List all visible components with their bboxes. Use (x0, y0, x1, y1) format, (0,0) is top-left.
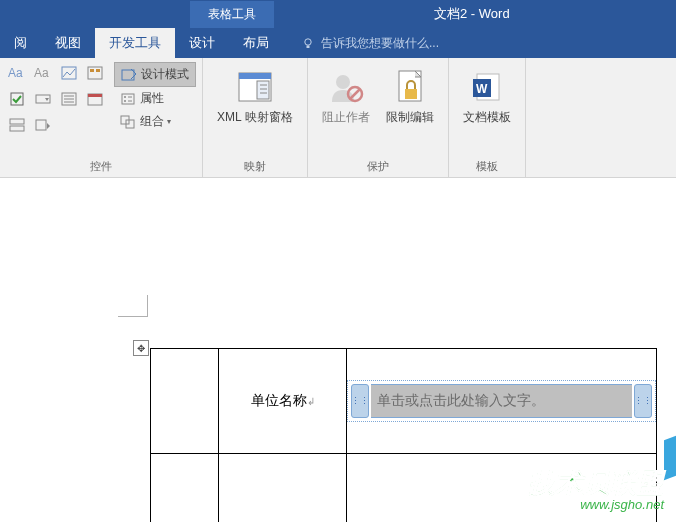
watermark-decoration (664, 436, 676, 480)
svg-rect-20 (122, 94, 134, 104)
content-control-placeholder: 单击或点击此处输入文字。 (371, 392, 551, 410)
control-datepicker-icon[interactable] (84, 88, 106, 110)
word-template-icon: W (471, 71, 503, 103)
watermark-text: 技术员联盟 (529, 466, 664, 501)
svg-rect-28 (239, 73, 271, 79)
svg-text:Aa: Aa (34, 66, 49, 80)
group-label-protect: 保护 (314, 157, 442, 175)
tab-design[interactable]: 设计 (175, 28, 229, 58)
table-move-handle[interactable]: ✥ (133, 340, 149, 356)
document-template-button[interactable]: W 文档模板 (455, 62, 519, 157)
xml-pane-icon (235, 69, 275, 105)
ribbon-tabs: 阅 视图 开发工具 设计 布局 告诉我您想要做什么... (0, 28, 676, 58)
watermark: 技术员联盟 www.jsgho.net (529, 466, 664, 512)
svg-text:Aa: Aa (8, 66, 23, 80)
properties-icon (120, 92, 136, 106)
group-icon (120, 115, 136, 129)
content-control-handle-right[interactable]: ⋮⋮ (634, 384, 652, 418)
design-mode-icon (121, 68, 137, 82)
svg-rect-18 (36, 120, 46, 130)
control-plaintext-icon[interactable]: Aa (32, 62, 54, 84)
svg-rect-37 (405, 89, 417, 99)
control-richtext-icon[interactable]: Aa (6, 62, 28, 84)
table-cell[interactable] (219, 454, 347, 523)
svg-rect-7 (96, 69, 100, 72)
table-cell[interactable] (151, 454, 219, 523)
svg-point-21 (124, 96, 126, 98)
tab-view[interactable]: 视图 (41, 28, 95, 58)
group-label-templates: 模板 (455, 157, 519, 175)
group-button[interactable]: 组合 ▾ (114, 110, 196, 133)
design-mode-button[interactable]: 设计模式 (114, 62, 196, 87)
control-repeating-icon[interactable] (6, 114, 28, 136)
title-bar: 表格工具 文档2 - Word (0, 0, 676, 28)
svg-rect-8 (11, 93, 23, 105)
ribbon: Aa Aa 设计模式 属性 (0, 58, 676, 178)
table-row: 单位名称↲ ⋮⋮ 单击或点击此处输入文字。 ⋮⋮ (151, 349, 657, 454)
properties-button[interactable]: 属性 (114, 87, 196, 110)
block-authors-button[interactable]: 阻止作者 (314, 62, 378, 157)
control-picture-icon[interactable] (58, 62, 80, 84)
restrict-editing-icon (395, 69, 425, 105)
svg-point-33 (336, 75, 350, 89)
lightbulb-icon (301, 37, 315, 51)
table-cell-label[interactable]: 单位名称↲ (219, 349, 347, 454)
contextual-tab-label: 表格工具 (190, 1, 274, 28)
control-legacy-icon[interactable] (32, 114, 54, 136)
control-checkbox-icon[interactable] (6, 88, 28, 110)
svg-rect-17 (10, 126, 24, 131)
tab-developer[interactable]: 开发工具 (95, 28, 175, 58)
group-label-controls: 控件 (6, 157, 196, 175)
table-cell-control[interactable]: ⋮⋮ 单击或点击此处输入文字。 ⋮⋮ (347, 349, 657, 454)
svg-rect-6 (90, 69, 94, 72)
group-templates: W 文档模板 模板 (449, 58, 526, 177)
content-control-handle-left[interactable]: ⋮⋮ (351, 384, 369, 418)
block-authors-icon (328, 70, 364, 104)
tell-me-search[interactable]: 告诉我您想要做什么... (301, 35, 439, 58)
svg-rect-1 (307, 45, 310, 48)
tab-layout[interactable]: 布局 (229, 28, 283, 58)
restrict-editing-button[interactable]: 限制编辑 (378, 62, 442, 157)
xml-mapping-button[interactable]: XML 映射窗格 (209, 62, 301, 157)
tab-review[interactable]: 阅 (0, 28, 41, 58)
content-control[interactable]: ⋮⋮ 单击或点击此处输入文字。 ⋮⋮ (347, 380, 656, 422)
group-controls: Aa Aa 设计模式 属性 (0, 58, 203, 177)
svg-rect-5 (88, 67, 102, 79)
document-title: 文档2 - Word (434, 5, 510, 23)
chevron-down-icon: ▾ (167, 117, 171, 126)
group-label-mapping: 映射 (209, 157, 301, 175)
svg-text:W: W (476, 82, 488, 96)
page-corner (118, 295, 148, 317)
content-control-body[interactable]: 单击或点击此处输入文字。 (371, 384, 632, 418)
control-dropdown-icon[interactable] (58, 88, 80, 110)
table-cell[interactable] (151, 349, 219, 454)
svg-rect-15 (88, 94, 102, 97)
svg-rect-16 (10, 119, 24, 124)
svg-rect-4 (62, 67, 76, 79)
svg-point-23 (124, 100, 126, 102)
group-protect: 阻止作者 限制编辑 保护 (308, 58, 449, 177)
group-mapping: XML 映射窗格 映射 (203, 58, 308, 177)
svg-point-0 (305, 38, 311, 44)
svg-rect-29 (257, 81, 269, 99)
control-combobox-icon[interactable] (32, 88, 54, 110)
controls-gallery: Aa Aa (6, 62, 106, 157)
control-buildingblock-icon[interactable] (84, 62, 106, 84)
